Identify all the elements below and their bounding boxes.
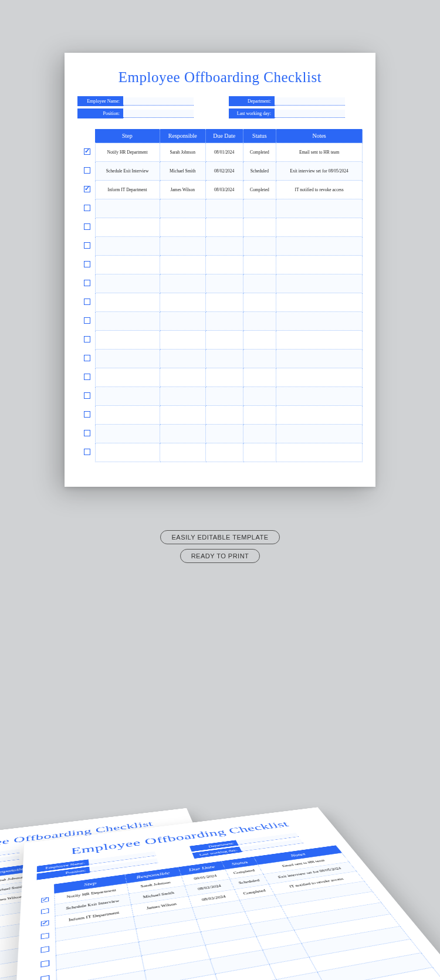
table-row-empty — [80, 406, 363, 425]
cell-due: 08/01/2024 — [205, 143, 243, 162]
cell-step: Schedule Exit Interview — [95, 162, 160, 181]
checkbox-icon[interactable] — [84, 280, 90, 286]
col-checkbox — [80, 129, 95, 143]
checkbox-icon[interactable] — [41, 946, 50, 953]
cell-step: Notify HR Department — [95, 143, 160, 162]
cell-status: Completed — [243, 181, 276, 199]
checkbox-icon[interactable] — [84, 242, 90, 249]
field-input-line[interactable] — [123, 110, 194, 118]
checkbox-icon[interactable] — [84, 430, 90, 436]
field-label: Last working day: — [229, 108, 275, 118]
checkbox-icon[interactable] — [84, 148, 90, 155]
checkbox-icon[interactable] — [84, 449, 90, 455]
col-responsible: Responsible — [160, 129, 205, 143]
checklist-document: Employee Offboarding Checklist Employee … — [65, 53, 375, 487]
checklist-table: Step Responsible Due Date Status Notes N… — [80, 129, 363, 462]
cell-status: Scheduled — [243, 162, 276, 181]
header-fields: Employee Name: Position: Department: Las… — [77, 96, 363, 118]
checkbox-icon[interactable] — [84, 355, 90, 361]
field-input-line[interactable] — [275, 97, 345, 106]
cell-responsible: Michael Smith — [160, 162, 205, 181]
table-row-empty — [80, 274, 363, 293]
field-position: Position: — [77, 108, 194, 118]
checkbox-icon[interactable] — [84, 167, 90, 174]
checkbox-icon[interactable] — [84, 411, 90, 418]
table-row: Schedule Exit Interview Michael Smith 08… — [80, 162, 363, 181]
col-due-date: Due Date — [205, 129, 243, 143]
cell-notes: Email sent to HR team — [276, 143, 363, 162]
table-row-empty — [80, 256, 363, 274]
badge-ready-to-print: READY TO PRINT — [180, 549, 260, 563]
cell-due: 08/02/2024 — [205, 162, 243, 181]
field-group-right: Department: Last working day: — [229, 96, 345, 118]
field-department: Department: — [229, 96, 345, 106]
checkbox-icon[interactable] — [84, 186, 90, 192]
checkbox-icon[interactable] — [41, 920, 49, 926]
field-input-line[interactable] — [123, 97, 194, 106]
table-row-empty — [80, 387, 363, 406]
cell-status: Completed — [243, 143, 276, 162]
field-last-working-day: Last working day: — [229, 108, 345, 118]
table-row-empty — [80, 199, 363, 218]
checkbox-icon[interactable] — [40, 975, 49, 980]
table-row-empty — [80, 443, 363, 462]
table-row-empty — [80, 350, 363, 368]
field-label: Position: — [77, 108, 123, 118]
checklist-table-wrap: Step Responsible Due Date Status Notes N… — [80, 129, 363, 462]
col-status: Status — [243, 129, 276, 143]
field-input-line[interactable] — [275, 110, 345, 118]
badge-group: EASILY EDITABLE TEMPLATE READY TO PRINT — [0, 528, 440, 565]
cell-responsible: Sarah Johnson — [160, 143, 205, 162]
badge-editable: EASILY EDITABLE TEMPLATE — [160, 530, 279, 544]
cell-step: Inform IT Department — [95, 181, 160, 199]
cell-responsible: James Wilson — [160, 181, 205, 199]
checkbox-icon[interactable] — [84, 205, 90, 211]
cell-notes: IT notified to revoke access — [276, 181, 363, 199]
checkbox-icon[interactable] — [84, 374, 90, 380]
table-row-empty — [80, 237, 363, 256]
checkbox-icon[interactable] — [41, 908, 49, 914]
table-row: Notify HR Department Sarah Johnson 08/01… — [80, 143, 363, 162]
table-row-empty — [80, 368, 363, 387]
checkbox-icon[interactable] — [84, 336, 90, 343]
page-title: Employee Offboarding Checklist — [77, 69, 363, 86]
field-label: Employee Name: — [77, 96, 123, 106]
cell-due: 08/03/2024 — [205, 181, 243, 199]
table-row-empty — [80, 331, 363, 350]
field-label: Department: — [229, 96, 275, 106]
field-employee-name: Employee Name: — [77, 96, 194, 106]
table-row-empty — [80, 425, 363, 443]
checkbox-icon[interactable] — [84, 392, 90, 399]
col-notes: Notes — [276, 129, 363, 143]
field-group-left: Employee Name: Position: — [77, 96, 194, 118]
checkbox-icon[interactable] — [84, 223, 90, 230]
checkbox-icon[interactable] — [41, 897, 49, 903]
col-step: Step — [95, 129, 160, 143]
checkbox-icon[interactable] — [84, 299, 90, 305]
perspective-mockup: Employee Offboarding Checklist Employee … — [0, 663, 440, 980]
checkbox-icon[interactable] — [41, 932, 49, 939]
checkbox-icon[interactable] — [41, 960, 50, 967]
table-row-empty — [80, 218, 363, 237]
checkbox-icon[interactable] — [84, 317, 90, 324]
cell-notes: Exit interview set for 08/05/2024 — [276, 162, 363, 181]
table-row-empty — [80, 312, 363, 331]
table-row: Inform IT Department James Wilson 08/03/… — [80, 181, 363, 199]
checkbox-icon[interactable] — [84, 261, 90, 267]
table-row-empty — [80, 293, 363, 312]
